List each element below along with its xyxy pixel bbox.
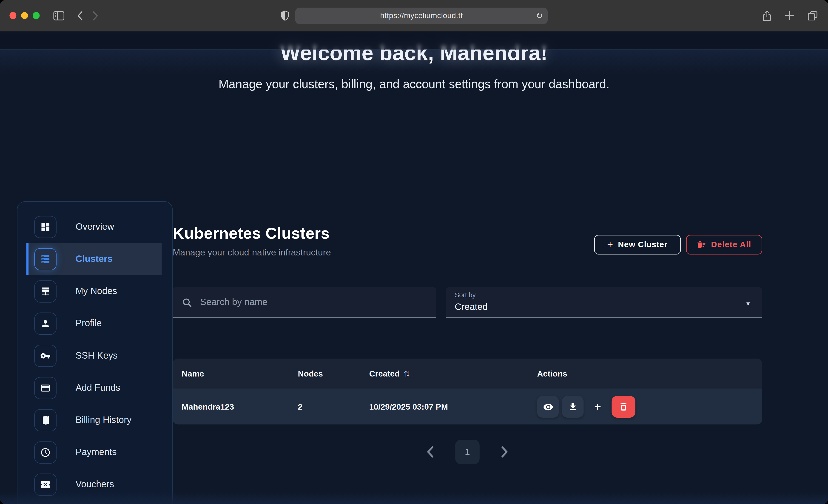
eye-icon	[543, 402, 553, 412]
search-input[interactable]	[199, 296, 429, 308]
bottom-gradient	[0, 491, 828, 504]
column-name: Name	[182, 369, 298, 378]
browser-toolbar: https://myceliumcloud.tf ↻	[0, 0, 828, 32]
sidebar-item-clusters[interactable]: Clusters	[27, 243, 162, 275]
sidebar-item-profile[interactable]: Profile	[27, 307, 162, 339]
page-number[interactable]: 1	[455, 440, 480, 464]
column-nodes: Nodes	[298, 369, 369, 378]
sort-selected-value: Created	[455, 301, 762, 312]
sidebar-item-ssh-keys[interactable]: SSH Keys	[27, 339, 162, 372]
search-field[interactable]	[173, 287, 437, 319]
sidebar: Overview Clusters My Nodes	[17, 201, 173, 504]
clusters-panel: Kubernetes Clusters Manage your cloud-na…	[173, 201, 762, 464]
hero-glow	[0, 50, 828, 75]
previous-page-button[interactable]	[427, 446, 433, 458]
next-page-button[interactable]	[501, 446, 508, 458]
plus-icon	[593, 402, 603, 412]
chevron-down-icon: ▼	[745, 300, 751, 307]
page-subtitle: Manage your cloud-native infrastructure	[173, 248, 331, 258]
sidebar-item-label: Add Funds	[76, 382, 120, 393]
sidebar-toggle-icon[interactable]	[53, 11, 64, 20]
trash-icon	[618, 402, 628, 412]
sidebar-item-my-nodes[interactable]: My Nodes	[27, 275, 162, 307]
person-icon	[34, 312, 56, 334]
sidebar-item-label: Overview	[76, 221, 114, 232]
zoom-window-button[interactable]	[33, 12, 39, 19]
add-node-button[interactable]	[587, 396, 608, 418]
credit-card-icon	[34, 377, 56, 399]
share-icon[interactable]	[762, 10, 772, 21]
tab-overview-icon[interactable]	[808, 11, 818, 20]
key-icon	[34, 345, 56, 367]
sidebar-item-label: Vouchers	[76, 479, 114, 490]
address-bar[interactable]: https://myceliumcloud.tf ↻	[295, 7, 548, 24]
download-icon	[568, 402, 578, 412]
sidebar-item-overview[interactable]: Overview	[27, 211, 162, 243]
table-header-row: Name Nodes Created ⇅ Actions	[173, 359, 762, 389]
clusters-table: Name Nodes Created ⇅ Actions Mahendra123…	[173, 359, 762, 424]
page-title: Kubernetes Clusters	[173, 223, 331, 243]
download-kubeconfig-button[interactable]	[562, 396, 583, 418]
delete-cluster-button[interactable]	[612, 396, 635, 418]
sidebar-item-label: Clusters	[76, 253, 113, 264]
close-window-button[interactable]	[9, 12, 16, 19]
plus-icon: +	[607, 239, 613, 249]
scroll-fade-overlay	[0, 32, 828, 50]
browser-window: https://myceliumcloud.tf ↻ Welcome back,…	[0, 0, 828, 504]
new-cluster-button[interactable]: + New Cluster	[594, 235, 681, 254]
cluster-nodes: 2	[298, 402, 369, 411]
sidebar-item-label: Billing History	[76, 414, 132, 425]
sort-select[interactable]: Sort by Created ▼	[446, 287, 762, 319]
sort-arrows-icon: ⇅	[404, 369, 410, 378]
clock-icon	[34, 441, 56, 463]
cluster-created: 10/29/2025 03:07 PM	[369, 402, 537, 411]
sidebar-item-label: Payments	[76, 447, 117, 458]
column-created-sortable[interactable]: Created ⇅	[369, 369, 537, 378]
url-text[interactable]: https://myceliumcloud.tf	[295, 11, 548, 20]
table-row: Mahendra123 2 10/29/2025 03:07 PM	[173, 389, 762, 424]
sidebar-item-add-funds[interactable]: Add Funds	[27, 372, 162, 404]
servers-icon	[34, 248, 56, 270]
reload-icon[interactable]: ↻	[536, 10, 543, 21]
sidebar-item-billing-history[interactable]: Billing History	[27, 404, 162, 436]
sidebar-item-label: SSH Keys	[76, 350, 118, 361]
sort-label: Sort by	[455, 292, 762, 299]
sidebar-item-label: My Nodes	[76, 286, 117, 297]
trash-sweep-icon	[697, 240, 706, 249]
sidebar-item-label: Profile	[76, 318, 102, 329]
traffic-lights	[9, 12, 39, 19]
minimize-window-button[interactable]	[21, 12, 28, 19]
view-cluster-button[interactable]	[537, 396, 558, 418]
forward-button[interactable]	[92, 11, 98, 20]
delete-all-button[interactable]: Delete All	[686, 235, 762, 254]
column-actions: Actions	[537, 369, 753, 378]
welcome-subtitle: Manage your clusters, billing, and accou…	[0, 77, 828, 91]
receipt-icon	[34, 409, 56, 431]
new-tab-icon[interactable]	[785, 11, 794, 20]
cluster-name: Mahendra123	[182, 402, 298, 411]
back-button[interactable]	[77, 11, 83, 20]
new-cluster-label: New Cluster	[618, 240, 668, 249]
grid-icon	[34, 216, 56, 238]
nodes-icon	[34, 280, 56, 302]
pagination: 1	[173, 440, 762, 464]
search-icon	[182, 297, 192, 307]
privacy-shield-icon[interactable]	[280, 10, 289, 21]
dashboard-page: Welcome back, Mahendra! Manage your clus…	[0, 32, 828, 504]
sidebar-item-payments[interactable]: Payments	[27, 436, 162, 468]
delete-all-label: Delete All	[711, 240, 751, 249]
